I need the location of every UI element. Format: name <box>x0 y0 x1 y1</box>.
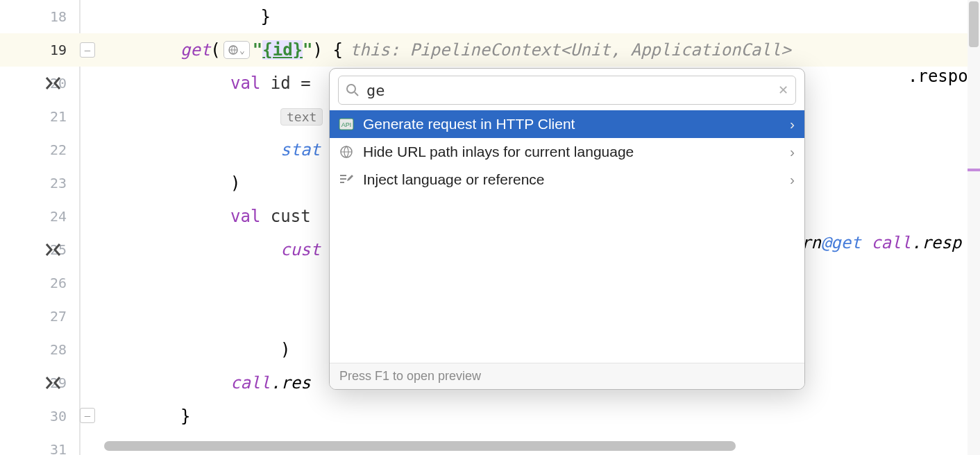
popup-search-wrap: ✕ <box>330 69 804 110</box>
gutter: 18 19 – 20 21 22 23 24 25 26 27 28 29 <box>0 0 103 455</box>
code-fragment: rn@get call.resp <box>801 233 961 252</box>
popup-footer: Press F1 to open preview <box>330 363 804 389</box>
svg-line-4 <box>355 92 358 96</box>
editor-pane: 18 19 – 20 21 22 23 24 25 26 27 28 29 <box>0 0 980 455</box>
line-number[interactable]: 27 <box>0 300 103 333</box>
code-token-string: " <box>253 40 262 60</box>
code-text: } <box>105 7 271 26</box>
line-number[interactable]: 20 <box>0 67 103 100</box>
globe-icon <box>338 146 355 158</box>
code-line[interactable]: } <box>103 400 980 433</box>
chevron-right-icon: › <box>790 144 795 160</box>
editor-right-track[interactable] <box>968 0 980 455</box>
code-token: cust <box>260 207 310 226</box>
intention-item-generate-http-request[interactable]: API Generate request in HTTP Client › <box>330 110 804 138</box>
code-line-current[interactable]: get ( ⌄ " {id} " ) { this: PipelineConte… <box>103 33 980 67</box>
intention-item-label: Generate request in HTTP Client <box>363 116 575 132</box>
clear-search-icon[interactable]: ✕ <box>778 83 788 98</box>
chevron-right-icon: › <box>790 116 795 132</box>
popup-search-input[interactable] <box>366 82 771 99</box>
line-number[interactable]: 28 <box>0 333 103 366</box>
code-token-function: get <box>180 40 210 60</box>
pencil-list-icon <box>338 173 355 186</box>
intention-item-label: Inject language or reference <box>363 171 545 188</box>
line-number[interactable]: 25 <box>0 233 103 266</box>
search-icon <box>346 83 360 97</box>
code-token: ) <box>313 40 323 60</box>
endpoint-gutter-icon[interactable] <box>42 241 65 259</box>
code-token: ( <box>210 40 220 60</box>
scrollbar-thumb-horizontal[interactable] <box>104 441 736 451</box>
code-token-function: call <box>230 373 271 393</box>
line-number[interactable]: 23 <box>0 166 103 200</box>
code-token-param: stat <box>280 140 321 160</box>
endpoint-gutter-icon[interactable] <box>42 74 65 92</box>
code-token-keyword: val <box>230 207 260 226</box>
fold-toggle-icon[interactable]: – <box>80 42 95 58</box>
chevron-right-icon: › <box>790 171 795 188</box>
line-number[interactable]: 22 <box>0 133 103 166</box>
intention-actions-popup: ✕ API Generate request in HTTP Client › … <box>329 68 805 390</box>
code-token-keyword: val <box>230 74 260 93</box>
code-token: } <box>105 406 190 426</box>
scrollbar-thumb-vertical[interactable] <box>969 1 979 47</box>
code-token: id = <box>260 74 310 93</box>
code-token: ) <box>105 173 240 193</box>
line-number[interactable]: 24 <box>0 200 103 233</box>
code-token-string: " <box>303 40 312 60</box>
line-number-current[interactable]: 19 – <box>0 33 103 67</box>
line-number[interactable]: 31 <box>0 433 103 455</box>
intention-item-hide-url-inlays[interactable]: Hide URL path inlays for current languag… <box>330 138 804 166</box>
svg-point-3 <box>347 85 355 93</box>
code-token: ) <box>105 340 290 359</box>
scrollbar-horizontal[interactable] <box>104 441 966 452</box>
svg-text:API: API <box>341 121 352 128</box>
parameter-hint: text <box>280 108 323 126</box>
code-token-string-highlight: {id} <box>262 40 303 60</box>
url-inlay-globe-icon[interactable]: ⌄ <box>223 41 250 59</box>
line-number[interactable]: 18 <box>0 0 103 33</box>
code-line[interactable]: } <box>103 0 980 33</box>
error-stripe-mark[interactable] <box>968 169 980 171</box>
line-number[interactable]: 30 – <box>0 400 103 433</box>
api-icon: API <box>338 118 355 130</box>
line-number[interactable]: 26 <box>0 266 103 300</box>
code-token: { <box>323 40 343 60</box>
fold-toggle-icon[interactable]: – <box>80 408 95 423</box>
popup-items: API Generate request in HTTP Client › Hi… <box>330 110 804 196</box>
code-token-function: cust <box>280 240 321 259</box>
endpoint-gutter-icon[interactable] <box>42 374 65 392</box>
code-token: .res <box>271 373 311 393</box>
inlay-hint: this: PipelineContext<Unit, ApplicationC… <box>343 40 791 60</box>
line-number[interactable]: 29 <box>0 366 103 400</box>
intention-item-label: Hide URL path inlays for current languag… <box>363 144 634 160</box>
popup-footer-hint: Press F1 to open preview <box>339 369 481 384</box>
popup-empty-space <box>330 196 804 363</box>
line-number[interactable]: 21 <box>0 100 103 133</box>
intention-item-inject-language[interactable]: Inject language or reference › <box>330 166 804 194</box>
popup-search-box: ✕ <box>338 76 796 105</box>
